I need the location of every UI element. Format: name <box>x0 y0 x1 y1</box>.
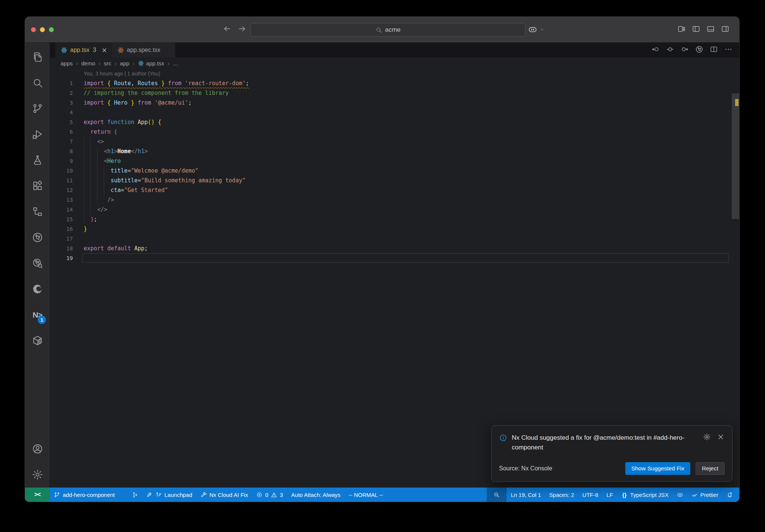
layout-customize-button[interactable] <box>677 25 686 35</box>
activity-item-account[interactable] <box>25 436 50 462</box>
copilot-menu[interactable] <box>528 17 545 42</box>
activity-item-nx-console[interactable]: N>1 <box>25 302 50 328</box>
prev-change-button[interactable] <box>666 45 674 55</box>
go-forward-button[interactable] <box>238 25 246 34</box>
activity-item-search[interactable] <box>25 70 50 96</box>
activity-item-project-hierarchy[interactable] <box>25 199 50 225</box>
status-prettier[interactable]: Prettier <box>687 488 722 502</box>
status-eol[interactable]: LF <box>603 488 617 502</box>
status-indentation[interactable]: Spaces: 2 <box>545 488 578 502</box>
line-number[interactable]: 5 <box>50 117 73 127</box>
notification-close-icon[interactable] <box>717 433 725 441</box>
code-line-2[interactable]: 2// importing the component from the lib… <box>50 88 739 98</box>
go-back-button[interactable] <box>223 25 231 34</box>
line-number[interactable]: 10 <box>50 166 73 176</box>
line-number[interactable]: 4 <box>50 108 73 117</box>
activity-item-gitlens-inspect[interactable] <box>25 250 50 276</box>
activity-item-run-debug[interactable] <box>25 121 50 147</box>
next-change-button[interactable] <box>681 45 689 55</box>
minimize-window-button[interactable] <box>40 27 45 32</box>
code-line-15[interactable]: 15 ); <box>50 214 739 224</box>
notification-settings-icon[interactable] <box>703 433 711 441</box>
maximize-window-button[interactable] <box>49 27 54 32</box>
line-number[interactable]: 18 <box>50 244 73 253</box>
activity-item-testing[interactable] <box>25 147 50 173</box>
breadcrumb-file[interactable]: app.tsx <box>138 60 164 66</box>
activity-item-explorer[interactable] <box>25 44 50 70</box>
code-line-6[interactable]: 6 return ( <box>50 127 739 137</box>
graph-circle-button[interactable] <box>695 45 703 55</box>
breadcrumb-apps[interactable]: apps <box>61 60 73 66</box>
code-line-13[interactable]: 13 /> <box>50 195 739 205</box>
line-number[interactable]: 17 <box>50 234 73 244</box>
code-line-1[interactable]: 1import { Route, Routes } from 'react-ro… <box>50 78 739 88</box>
panel-bottom-button[interactable] <box>706 25 715 35</box>
status-cursor-position[interactable]: Ln 19, Col 1 <box>507 488 545 502</box>
reject-button[interactable]: Reject <box>696 462 725 475</box>
line-number[interactable]: 7 <box>50 137 73 146</box>
close-window-button[interactable] <box>31 27 36 32</box>
status-git-graph[interactable] <box>128 488 142 502</box>
line-number[interactable]: 1 <box>50 78 73 88</box>
panel-left-button[interactable] <box>692 25 700 35</box>
line-number[interactable]: 11 <box>50 176 73 185</box>
activity-item-edge-tools[interactable] <box>25 276 50 302</box>
code-line-12[interactable]: 12 cta="Get Started" <box>50 185 739 195</box>
line-number[interactable]: 6 <box>50 127 73 137</box>
line-number[interactable]: 3 <box>50 98 73 108</box>
code-line-4[interactable]: 4 <box>50 108 739 117</box>
nav-back-button[interactable] <box>651 45 660 55</box>
tab-app.spec.tsx[interactable]: app.spec.tsx <box>112 43 176 58</box>
line-number[interactable]: 16 <box>50 224 73 234</box>
code-line-7[interactable]: 7 <> <box>50 137 739 146</box>
code-line-14[interactable]: 14 </> <box>50 205 739 214</box>
status-git-branch[interactable]: add-hero-component <box>50 488 128 502</box>
show-suggested-fix-button[interactable]: Show Suggested Fix <box>625 462 690 475</box>
status-problems[interactable]: 03 <box>252 488 287 502</box>
code-line-9[interactable]: 9 <Hero <box>50 156 739 166</box>
status-launchpad[interactable]: Launchpad <box>142 488 196 502</box>
code-line-10[interactable]: 10 title="Welcmoe @acme/demo" <box>50 166 739 176</box>
line-number[interactable]: 13 <box>50 195 73 205</box>
breadcrumb-app[interactable]: app <box>120 60 129 66</box>
tab-close-icon[interactable] <box>101 47 108 53</box>
activity-item-extensions[interactable] <box>25 173 50 199</box>
line-number[interactable]: 19 <box>50 253 73 263</box>
status-vim-mode[interactable]: -- NORMAL -- <box>344 488 387 502</box>
status-zoom-indicator[interactable] <box>487 488 507 502</box>
code-line-8[interactable]: 8 <h1>Home</h1> <box>50 146 739 156</box>
line-number[interactable]: 14 <box>50 205 73 214</box>
line-number[interactable]: 2 <box>50 88 73 98</box>
editor-scrollbar[interactable] <box>732 93 739 219</box>
status-language-mode[interactable]: {}TypeScript JSX <box>617 488 673 502</box>
tab-app.tsx[interactable]: app.tsx3 <box>55 43 112 58</box>
code-editor[interactable]: You, 3 hours ago | 1 author (You) 1impor… <box>50 69 739 488</box>
status-encoding[interactable]: UTF-8 <box>578 488 603 502</box>
code-line-11[interactable]: 11 subtitle="Build something amazing tod… <box>50 176 739 185</box>
activity-item-source-control[interactable] <box>25 96 50 121</box>
breadcrumb-demo[interactable]: demo <box>81 60 96 66</box>
line-number[interactable]: 8 <box>50 146 73 156</box>
status-notifications-bell[interactable] <box>722 488 737 502</box>
line-number[interactable]: 12 <box>50 185 73 195</box>
command-center-search[interactable]: acme <box>250 23 526 37</box>
status-copilot-status[interactable] <box>673 488 687 502</box>
code-line-5[interactable]: 5export function App() { <box>50 117 739 127</box>
line-number[interactable]: 9 <box>50 156 73 166</box>
split-editor-button[interactable] <box>710 45 718 55</box>
line-number[interactable]: 15 <box>50 214 73 224</box>
status-auto-attach[interactable]: Auto Attach: Always <box>287 488 345 502</box>
code-line-19[interactable]: 19 <box>50 253 739 263</box>
activity-item-source-control-graph[interactable] <box>25 225 50 250</box>
breadcrumb-src[interactable]: src <box>104 60 111 66</box>
panel-right-button[interactable] <box>721 25 730 35</box>
more-actions-button[interactable] <box>724 45 733 55</box>
code-line-18[interactable]: 18export default App; <box>50 244 739 253</box>
status-nx-cloud-ai-fix[interactable]: Nx Cloud AI Fix <box>196 488 252 502</box>
code-line-3[interactable]: 3import { Hero } from '@acme/ui'; <box>50 98 739 108</box>
activity-item-settings[interactable] <box>25 462 50 488</box>
code-line-16[interactable]: 16} <box>50 224 739 234</box>
code-line-17[interactable]: 17 <box>50 234 739 244</box>
status-remote-indicator[interactable]: >< <box>25 488 50 502</box>
activity-item-package-explorer[interactable] <box>25 328 50 353</box>
